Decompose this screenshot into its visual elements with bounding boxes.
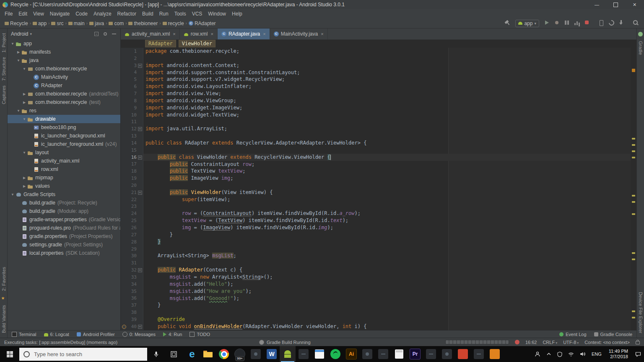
code-line[interactable]: public TextView textView; [143, 168, 631, 175]
taskbar-edge-icon[interactable]: e [184, 346, 200, 362]
hide-icon[interactable] [111, 31, 117, 37]
gutter-line[interactable]: 28 [121, 238, 143, 246]
tree-item-ic-launcher-background-xml[interactable]: ic_launcher_background.xml [8, 132, 120, 140]
tree-item-layout[interactable]: ▼layout [8, 148, 120, 157]
tree-item-mipmap[interactable]: ▶mipmap [8, 173, 120, 182]
tree-item-app[interactable]: ▼app [8, 39, 120, 48]
gutter-line[interactable]: 7 [121, 90, 143, 97]
code-line[interactable]: import android.widget.TextView; [143, 111, 631, 119]
user-icon[interactable] [532, 346, 543, 362]
taskbar-app-dark-4-icon[interactable] [375, 346, 391, 362]
tree-item-com-thebioneer-recycle[interactable]: ▶com.thebioneer.recycle(test) [8, 98, 120, 106]
close-icon[interactable]: × [173, 31, 175, 36]
taskbar-app-dark-7-icon[interactable] [471, 346, 487, 362]
search-everywhere-icon[interactable] [632, 19, 639, 26]
code-line[interactable]: public class RAdapter extends RecyclerVi… [143, 140, 631, 147]
menu-item-code[interactable]: Code [73, 9, 91, 18]
gutter-line[interactable]: 15 [121, 147, 143, 154]
code-line[interactable]: } [143, 302, 631, 309]
project-view-mode[interactable]: Android [11, 31, 28, 37]
menu-item-help[interactable]: Help [229, 9, 245, 18]
menu-item-vcs[interactable]: VCS [189, 9, 205, 18]
breadcrumb-item-com[interactable]: com [107, 21, 125, 26]
gutter-line[interactable]: 37 [121, 302, 143, 309]
tool-button-0-messages[interactable]: 0: Messages [122, 332, 156, 337]
gutter-line[interactable]: 36 [121, 295, 143, 302]
gutter-line[interactable]: 30 [121, 252, 143, 259]
gutter-line[interactable]: 21 [121, 189, 143, 196]
tree-item-values[interactable]: ▶values [8, 182, 120, 190]
taskbar-word-icon[interactable]: W [264, 346, 280, 362]
taskbar-app-dark-3-icon[interactable] [359, 346, 375, 362]
volume-icon[interactable] [577, 346, 589, 362]
code-line[interactable]: import android.support.v7.widget.Recycle… [143, 76, 631, 83]
editor-tab-activity-main-xml[interactable]: activity_main.xml× [121, 28, 180, 39]
code-line[interactable] [143, 246, 631, 253]
stripe-mark[interactable] [632, 150, 635, 152]
gutter-line[interactable]: 24 [121, 210, 143, 217]
taskbar-app-dark-2-icon[interactable] [296, 346, 312, 362]
code-line[interactable]: ArrayList<String> msgList; [143, 252, 631, 259]
code-line[interactable]: public ImageView img; [143, 175, 631, 182]
tool-button-4-run[interactable]: 4: Run [163, 332, 182, 337]
gutter-line[interactable]: 25 [121, 217, 143, 224]
tree-item-settings-gradle[interactable]: settings.gradle(Project Settings) [8, 240, 120, 249]
code-line[interactable]: import android.support.constraint.Constr… [143, 69, 631, 76]
language-indicator[interactable]: ENG [589, 346, 605, 362]
stripe-mark[interactable] [632, 138, 635, 140]
stripe-mark[interactable] [632, 259, 635, 260]
tree-item-activity-main-xml[interactable]: activity_main.xml [8, 157, 120, 165]
code-line[interactable]: import android.view.LayoutInflater; [143, 83, 631, 90]
gutter-line[interactable]: 18 [121, 168, 143, 175]
task-view-button[interactable] [165, 346, 182, 362]
tool-button-1-project[interactable]: 1: Project [1, 33, 6, 52]
code-line[interactable] [143, 182, 631, 189]
override-marker-icon[interactable] [122, 325, 126, 329]
tree-item-proguard-rules-pro[interactable]: proguard-rules.pro(ProGuard Rules for ap… [8, 224, 120, 232]
menu-item-view[interactable]: View [30, 9, 47, 18]
stripe-mark[interactable] [632, 144, 635, 146]
breadcrumb-item-app[interactable]: app [31, 21, 48, 26]
close-icon[interactable]: × [321, 31, 323, 36]
tree-item-local-properties[interactable]: local.properties(SDK Location) [8, 249, 120, 257]
menu-item-tools[interactable]: Tools [171, 9, 189, 18]
gutter-line[interactable]: 12 [121, 125, 143, 132]
gutter-line[interactable]: 33 [121, 274, 143, 281]
code-line[interactable]: msgList.add("Gooood!"); [143, 295, 631, 302]
code-line[interactable]: public void onBindViewHolder(RAdapter.Vi… [143, 323, 631, 330]
stripe-mark[interactable] [632, 157, 635, 158]
taskbar-app-badge-icon[interactable]: 99+ [232, 346, 248, 362]
gutter-line[interactable]: 29 [121, 246, 143, 253]
code-line[interactable]: } [143, 231, 631, 238]
taskbar-illustrator-icon[interactable]: Ai [343, 346, 359, 362]
gradle-tool-icon[interactable] [638, 32, 643, 36]
gutter-line[interactable]: 40 [121, 323, 143, 330]
gutter-line[interactable]: 13 [121, 132, 143, 140]
gutter-line[interactable]: 9 [121, 104, 143, 111]
taskbar-android-studio-icon[interactable] [280, 346, 296, 362]
code-line[interactable]: @Override [143, 316, 631, 323]
taskbar-chrome-icon[interactable] [216, 346, 232, 362]
taskbar-calculator-icon[interactable] [391, 346, 407, 362]
tool-button-event-log[interactable]: Event Log [559, 332, 587, 337]
code-line[interactable]: import android.widget.ImageView; [143, 104, 631, 111]
gutter-line[interactable]: 5 [121, 76, 143, 83]
fold-marker[interactable] [137, 266, 143, 274]
tool-button-device-file-explorer[interactable]: Device File Explorer [638, 292, 643, 333]
menu-item-refactor[interactable]: Refactor [114, 9, 139, 18]
taskbar-spotify-icon[interactable] [327, 346, 343, 362]
taskbar-file-explorer-icon[interactable] [200, 346, 216, 362]
breadcrumb-class[interactable]: RAdapter [145, 40, 176, 47]
menu-item-file[interactable]: File [2, 9, 16, 18]
code-line[interactable] [143, 118, 631, 125]
tree-item-gradle-properties[interactable]: gradle.properties(Project Properties) [8, 232, 120, 240]
breadcrumb-item-radapter[interactable]: CRAdapter [187, 21, 217, 26]
stripe-mark[interactable] [632, 69, 635, 72]
search-input[interactable] [33, 351, 131, 358]
gutter-line[interactable]: 4 [121, 69, 143, 76]
close-icon[interactable]: × [210, 31, 213, 36]
tree-item-manifests[interactable]: ▶manifests [8, 48, 120, 56]
tool-button-todo[interactable]: TODO [190, 332, 210, 337]
tool-button-build-variants[interactable]: Build Variants [1, 305, 6, 333]
close-button[interactable]: ✕ [625, 0, 644, 9]
